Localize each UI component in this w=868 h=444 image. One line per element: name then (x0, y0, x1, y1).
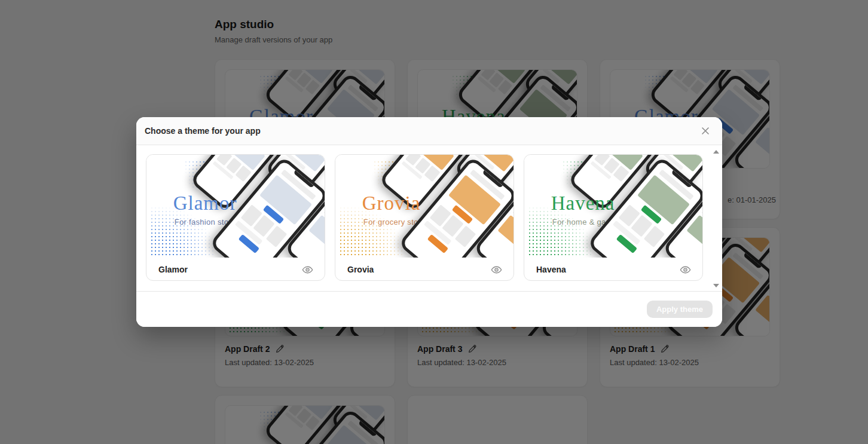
preview-eye-icon[interactable] (490, 263, 503, 276)
scroll-down-icon[interactable] (713, 284, 719, 287)
theme-card-grovia[interactable]: Grovia For grocery stores Grovia (335, 154, 514, 281)
theme-logo-name: Glamor (173, 194, 240, 213)
theme-name: Havena (536, 265, 566, 274)
theme-preview-image: Grovia For grocery stores (335, 155, 514, 258)
modal-body: Glamor For fashion stores Glamor Grovia … (136, 145, 722, 291)
modal-scrollbar[interactable] (711, 145, 721, 291)
modal-header: Choose a theme for your app (136, 117, 722, 145)
theme-logo-name: Grovia (362, 194, 430, 213)
apply-theme-button[interactable]: Apply theme (647, 301, 713, 318)
modal-title: Choose a theme for your app (145, 126, 261, 136)
scroll-up-icon[interactable] (713, 150, 719, 154)
theme-preview-image: Glamor For fashion stores (146, 155, 325, 258)
theme-preview-image: Havena For home & garden stores (524, 155, 702, 258)
preview-eye-icon[interactable] (301, 263, 314, 276)
preview-eye-icon[interactable] (678, 263, 692, 276)
close-icon[interactable] (698, 124, 713, 138)
theme-name: Glamor (158, 265, 188, 274)
choose-theme-modal: Choose a theme for your app Glamor For f… (136, 117, 722, 327)
theme-card-havena[interactable]: Havena For home & garden stores Havena (524, 154, 703, 281)
theme-name: Grovia (347, 265, 374, 274)
theme-card-glamor[interactable]: Glamor For fashion stores Glamor (146, 154, 325, 281)
modal-footer: Apply theme (136, 291, 722, 327)
